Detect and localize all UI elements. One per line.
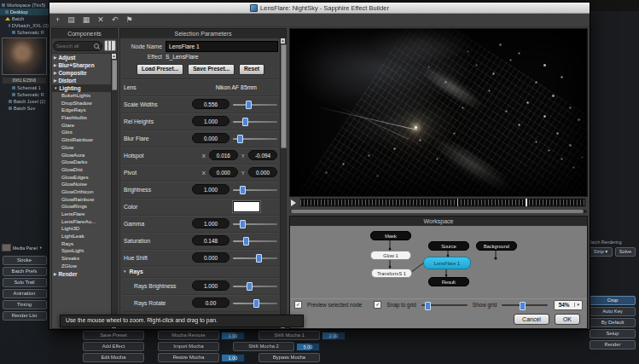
component-item-rays[interactable]: Rays — [52, 240, 112, 248]
playhead[interactable] — [526, 199, 527, 206]
slider-thumb[interactable] — [247, 282, 253, 291]
value-field[interactable]: 1.000 — [192, 218, 229, 228]
value-field[interactable]: 1.000 — [192, 184, 229, 194]
component-item-glint[interactable]: Glint — [52, 129, 112, 136]
slider-thumb[interactable] — [246, 101, 252, 109]
value-field[interactable]: 0.00 — [192, 298, 229, 308]
scrollbar-thumb[interactable] — [281, 44, 287, 148]
solve-button[interactable]: Solve — [615, 247, 636, 257]
value-field[interactable]: 1.000 — [192, 280, 229, 291]
components-scrollbar[interactable]: ▲ ▼ — [111, 54, 117, 328]
param-slider[interactable] — [233, 282, 277, 290]
save-icon[interactable]: ▦ — [83, 16, 90, 24]
bg-button-shift-mocha-1[interactable]: Shift Mocha 1 — [259, 331, 320, 340]
tree-item-workspace-tim5[interactable]: Workspace (Tim5) — [0, 2, 49, 9]
slider-thumb[interactable] — [240, 186, 246, 194]
param-slider[interactable] — [233, 135, 277, 142]
bg-button-animation[interactable]: Animation — [3, 289, 47, 298]
search-box[interactable] — [53, 41, 102, 51]
tree-item-dvbatch-xxl-3[interactable]: DVbatch_XXL (3) — [0, 22, 49, 29]
slider-thumb[interactable] — [240, 220, 246, 228]
component-item-glare[interactable]: Glare — [52, 122, 112, 130]
bg-button-shift-mocha-2[interactable]: Shift Mocha 2 — [233, 342, 294, 351]
tree-item-schematic-r[interactable]: Schematic R — [0, 91, 49, 98]
component-item-light3d[interactable]: Light3D — [52, 225, 112, 233]
node-glow-1[interactable]: Glow 1 — [370, 251, 411, 260]
section-rays[interactable]: ▼Rays — [123, 267, 278, 278]
bg-button-edit-mocha[interactable]: Edit Mocha — [83, 353, 144, 362]
ok-button[interactable]: OK — [555, 314, 580, 325]
zoom-slider[interactable] — [502, 302, 548, 309]
component-item-glowdist[interactable]: GlowDist — [52, 166, 112, 174]
param-slider[interactable] — [233, 220, 277, 228]
bg-button-save-preset[interactable]: Save Preset — [83, 331, 144, 340]
category-render[interactable]: ▶Render — [52, 270, 112, 278]
zoom-level-select[interactable]: 54% ▼ — [554, 300, 583, 310]
component-item-edgerays[interactable]: EdgeRays — [52, 107, 112, 114]
scroll-up-icon[interactable]: ▲ — [112, 54, 116, 59]
scrollbar-thumb[interactable] — [112, 60, 118, 90]
horizontal-scrollbar[interactable] — [290, 210, 587, 213]
node-source[interactable]: Source — [428, 241, 469, 251]
parameters-scrollbar[interactable]: ▲ ▼ — [280, 38, 286, 328]
color-swatch[interactable] — [233, 201, 260, 212]
component-item-glintrainbow[interactable]: GlintRainbow — [52, 136, 112, 144]
tree-item-batch[interactable]: Batch — [0, 15, 49, 22]
component-item-glow[interactable]: Glow — [52, 144, 112, 152]
bg-button-render[interactable]: Render — [590, 340, 636, 350]
bg-button-crop[interactable]: Crop — [590, 296, 636, 305]
component-item-glowrainbow[interactable]: GlowRainbow — [52, 196, 112, 204]
tree-item-schemati-1[interactable]: Schemati 1 — [0, 84, 49, 91]
value-field[interactable]: 1.00 — [221, 332, 245, 340]
component-item-glowaura[interactable]: GlowAura — [52, 152, 112, 159]
param-slider[interactable] — [233, 237, 277, 245]
delete-icon[interactable]: ✕ — [97, 16, 104, 24]
scroll-up-icon[interactable]: ▲ — [281, 38, 285, 43]
bg-button-add-effect[interactable]: Add Effect — [83, 342, 144, 351]
value-field[interactable]: 0.000 — [192, 252, 229, 263]
param-slider[interactable] — [233, 186, 277, 194]
bg-button-auto-key[interactable]: Auto Key — [590, 307, 636, 316]
component-item-lightleak[interactable]: LightLeak — [52, 233, 112, 240]
snap-to-grid-checkbox[interactable]: ✓ — [374, 301, 381, 309]
bg-button-render-list[interactable]: Render List — [3, 311, 47, 321]
param-slider[interactable] — [233, 254, 277, 262]
value-field[interactable]: 0.148 — [192, 235, 229, 246]
bg-button-bypass-mocha[interactable]: Bypass Mocha — [259, 353, 320, 362]
node-background[interactable]: Background — [476, 241, 517, 251]
component-item-gloworthicon[interactable]: GlowOrthicon — [52, 188, 112, 196]
category-lighting[interactable]: ▼Lighting — [52, 84, 112, 92]
x-value-field[interactable]: 0.016 — [209, 150, 238, 160]
bg-button-mocha-remote[interactable]: Mocha Remote — [158, 331, 219, 340]
new-icon[interactable]: + — [55, 16, 60, 24]
video-preview[interactable] — [289, 28, 588, 197]
category-distort[interactable]: ▶Distort — [52, 77, 112, 84]
window-titlebar[interactable]: LensFlare: NightSky - Sapphire Effect Bu… — [49, 3, 590, 14]
node-name-input[interactable] — [166, 41, 278, 52]
node-graph-canvas[interactable]: MaskGlow 1TransformS 1SourceLensFlare 1B… — [290, 226, 587, 298]
category-adjust[interactable]: ▶Adjust — [52, 54, 112, 61]
bg-button-by-default[interactable]: By Default — [590, 318, 636, 327]
timeline-scrubber[interactable] — [299, 198, 586, 207]
node-transforms-1[interactable]: TransformS 1 — [371, 269, 412, 278]
param-slider[interactable] — [233, 118, 277, 125]
bg-button-stroke[interactable]: Stroke — [3, 256, 47, 265]
component-item-glowrings[interactable]: GlowRings — [52, 203, 112, 211]
tree-item-schematic-r[interactable]: Schematic R — [0, 29, 49, 36]
bg-button-batch-prefs[interactable]: Batch Prefs — [3, 267, 47, 276]
strip-dropdown[interactable]: Strip ▾ — [589, 247, 613, 257]
category-composite[interactable]: ▶Composite — [52, 69, 112, 77]
component-item-lensflareau[interactable]: LensFlareAu... — [52, 218, 112, 226]
x-value-field[interactable]: 0.000 — [209, 167, 238, 177]
open-folder-icon[interactable]: ▤ — [67, 16, 75, 24]
bg-button-import-mocha[interactable]: Import Mocha — [158, 342, 219, 351]
param-value-text[interactable]: Nikon AF 85mm — [216, 84, 257, 90]
reset-button[interactable]: Reset — [239, 64, 264, 75]
category-blur-sharpen[interactable]: ▶Blur+Sharpen — [52, 61, 112, 69]
cancel-button[interactable]: Cancel — [514, 314, 549, 325]
tree-item-batch-sov[interactable]: Batch Sov — [0, 105, 49, 112]
component-item-glowdarks[interactable]: GlowDarks — [52, 159, 112, 166]
slider-thumb[interactable] — [242, 118, 248, 126]
load-preset-button[interactable]: Load Preset... — [137, 64, 183, 75]
bg-button-timing[interactable]: Timing — [3, 300, 47, 309]
